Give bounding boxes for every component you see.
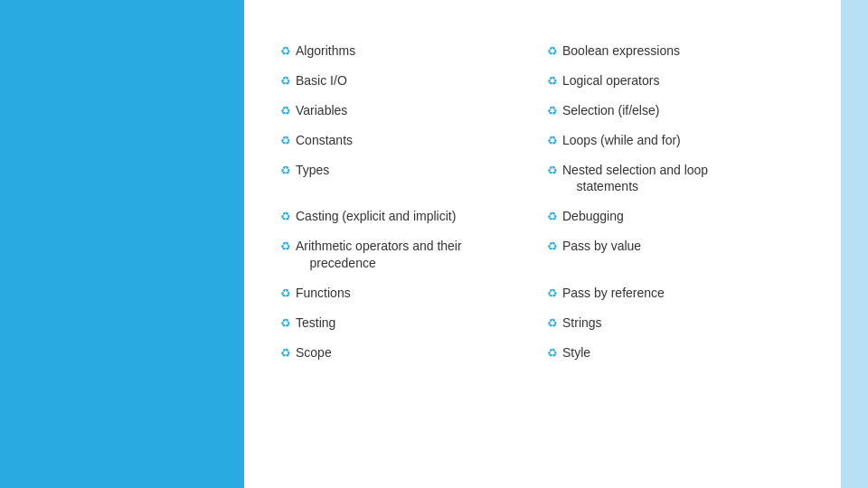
topic-label: Algorithms [296, 42, 355, 60]
topic-label: Scope [296, 344, 332, 361]
topic-label: Logical operators [562, 72, 659, 89]
topic-item: ♻Basic I/O [280, 66, 547, 96]
topic-icon: ♻ [547, 286, 558, 302]
topic-label: Constants [296, 132, 353, 149]
topic-icon: ♻ [280, 315, 291, 332]
right-accent-bar [841, 0, 868, 488]
topic-label: Pass by value [562, 238, 641, 255]
topic-label: Loops (while and for) [562, 132, 681, 149]
topic-item: ♻Constants [280, 126, 547, 155]
topic-item: ♻Pass by reference [547, 278, 814, 308]
topic-label: Boolean expressions [562, 42, 680, 60]
topic-item: ♻Selection (if/else) [547, 96, 814, 126]
topic-icon: ♻ [280, 43, 291, 60]
topic-item: ♻Strings [547, 308, 814, 338]
topic-label: Debugging [562, 208, 624, 225]
topic-icon: ♻ [280, 163, 291, 179]
topic-label: Basic I/O [296, 72, 347, 89]
topic-icon: ♻ [280, 345, 291, 361]
topic-label: Style [562, 344, 590, 361]
topic-icon: ♻ [547, 133, 558, 149]
topic-icon: ♻ [280, 286, 291, 302]
topic-item: ♻Pass by value [547, 231, 814, 278]
topic-item: ♻Nested selection and loop statements [547, 155, 814, 202]
topic-label: Types [296, 162, 329, 179]
topic-icon: ♻ [547, 43, 558, 60]
topic-label: Pass by reference [562, 285, 665, 302]
topic-item: ♻Debugging [547, 202, 814, 231]
left-panel [0, 0, 244, 488]
topic-label: Arithmetic operators and their precedenc… [296, 238, 462, 272]
topic-icon: ♻ [280, 209, 291, 225]
topic-item: ♻Types [280, 155, 547, 202]
topic-icon: ♻ [547, 209, 558, 225]
topic-icon: ♻ [280, 103, 291, 119]
topic-icon: ♻ [280, 133, 291, 149]
topic-item: ♻Algorithms [280, 36, 547, 66]
topic-label: Casting (explicit and implicit) [296, 208, 456, 225]
topic-icon: ♻ [547, 163, 558, 179]
topic-label: Variables [296, 102, 347, 119]
topic-item: ♻Scope [280, 338, 547, 368]
topic-label: Functions [296, 285, 351, 302]
topic-label: Strings [562, 314, 602, 332]
topic-label: Nested selection and loop statements [562, 162, 708, 196]
topic-icon: ♻ [547, 103, 558, 119]
topic-label: Testing [296, 314, 335, 332]
topic-icon: ♻ [280, 239, 291, 255]
main-content: ♻Algorithms♻Boolean expressions♻Basic I/… [244, 0, 841, 488]
topic-item: ♻Style [547, 338, 814, 368]
topic-item: ♻Variables [280, 96, 547, 126]
topic-icon: ♻ [547, 239, 558, 255]
topic-icon: ♻ [547, 315, 558, 332]
topic-icon: ♻ [280, 73, 291, 89]
topic-label: Selection (if/else) [562, 102, 659, 119]
topic-item: ♻Boolean expressions [547, 36, 814, 66]
topic-item: ♻Logical operators [547, 66, 814, 96]
topic-icon: ♻ [547, 73, 558, 89]
topic-icon: ♻ [547, 345, 558, 361]
topic-item: ♻Functions [280, 278, 547, 308]
topic-item: ♻Loops (while and for) [547, 126, 814, 155]
topic-item: ♻Arithmetic operators and their preceden… [280, 231, 547, 278]
topic-item: ♻Testing [280, 308, 547, 338]
topic-item: ♻Casting (explicit and implicit) [280, 202, 547, 231]
